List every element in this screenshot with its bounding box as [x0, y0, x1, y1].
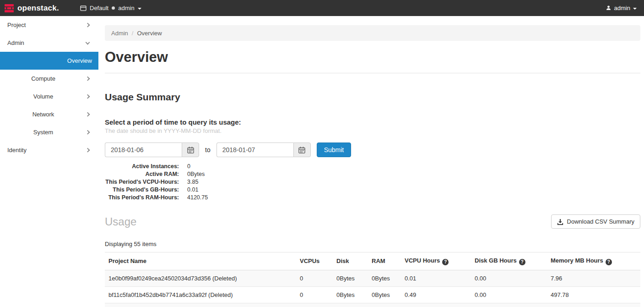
cell-project-name: ea1f2f357c09465eb6991edf7079efbe (Delete… [105, 303, 296, 307]
cell-disk-gb-hours: 0.00 [471, 303, 547, 307]
sidebar-item-system[interactable]: System [0, 123, 98, 141]
chevron-right-icon [86, 148, 90, 152]
cell-ram: 0Bytes [368, 270, 401, 286]
stat-value: 0 [187, 163, 190, 170]
caret-down-icon [138, 8, 141, 10]
cell-vcpu-hours: 0.11 [401, 303, 471, 307]
stat-label: Active RAM: [105, 170, 179, 178]
stat-label: This Period's GB-Hours: [105, 186, 179, 194]
sidebar-item-identity[interactable]: Identity [0, 141, 98, 159]
column-memory-mb-hours: Memory MB Hours? [547, 252, 640, 270]
user-icon [606, 5, 612, 11]
sidebar-item-label: Volume [0, 93, 98, 100]
cell-vcpus: 0 [296, 303, 333, 307]
column-label: Project Name [108, 258, 146, 264]
date-from-input[interactable] [105, 143, 182, 157]
topbar: openstack. Default admin admin [0, 0, 644, 16]
help-icon[interactable]: ? [606, 259, 612, 265]
table-row: bf11c5fa0f1b452db4b7741a6c33a92f (Delete… [105, 286, 640, 303]
context-project-label: admin [118, 5, 134, 11]
openstack-logo-icon [4, 3, 14, 13]
caret-down-icon [633, 8, 637, 10]
date-from-group [105, 143, 199, 157]
main-content: Admin / Overview Overview Usage Summary … [98, 25, 644, 307]
column-label: Disk GB Hours [475, 257, 517, 264]
cell-disk-gb-hours: 0.00 [471, 286, 547, 303]
sidebar-item-project[interactable]: Project [0, 16, 98, 34]
calendar-button[interactable] [182, 143, 199, 157]
sidebar-item-label: Network [0, 111, 98, 118]
date-to-group [216, 143, 311, 157]
cell-memory-mb-hours: 7.96 [547, 270, 640, 286]
column-label: Memory MB Hours [551, 257, 603, 264]
stat-active-instances: Active Instances: 0 [105, 163, 640, 170]
sidebar-item-label: Identity [0, 147, 27, 154]
column-label: VCPU Hours [405, 257, 440, 264]
date-query-prompt: Select a period of time to query its usa… [105, 118, 640, 126]
cell-vcpu-hours: 0.49 [401, 286, 471, 303]
cell-vcpus: 0 [296, 270, 333, 286]
column-vcpus: VCPUs [296, 252, 333, 270]
column-label: VCPUs [300, 258, 319, 264]
breadcrumb-current: Overview [137, 30, 162, 37]
column-ram: RAM [368, 252, 401, 270]
items-count: Displaying 55 items [105, 241, 640, 247]
submit-button[interactable]: Submit [317, 143, 352, 157]
sidebar-item-admin[interactable]: Admin [0, 34, 98, 52]
stat-value: 3.85 [187, 178, 198, 186]
brand-text: openstack. [17, 4, 59, 13]
sidebar-item-label: Admin [0, 39, 24, 46]
sidebar-item-volume[interactable]: Volume [0, 88, 98, 105]
user-menu[interactable]: admin [606, 5, 644, 11]
help-icon[interactable]: ? [519, 259, 525, 265]
breadcrumb: Admin / Overview [105, 25, 640, 41]
sidebar-item-overview[interactable]: Overview [0, 52, 98, 70]
table-row: ea1f2f357c09465eb6991edf7079efbe (Delete… [105, 303, 640, 307]
calendar-button[interactable] [293, 143, 311, 157]
context-separator-dot [112, 6, 115, 10]
to-label: to [205, 146, 211, 154]
sidebar-item-network[interactable]: Network [0, 105, 98, 123]
help-icon[interactable]: ? [442, 259, 449, 265]
cell-vcpus: 0 [296, 286, 333, 303]
column-vcpu-hours: VCPU Hours? [401, 252, 471, 270]
usage-table: Project Name VCPUs Disk RAM VCPU Hours? … [105, 252, 640, 307]
download-csv-button[interactable]: Download CSV Summary [551, 214, 640, 229]
sidebar-item-compute[interactable]: Compute [0, 70, 98, 88]
sidebar-item-label: Project [0, 22, 26, 28]
stat-gb-hours: This Period's GB-Hours: 0.01 [105, 186, 640, 194]
sidebar-item-label: System [0, 129, 98, 136]
table-header-row: Project Name VCPUs Disk RAM VCPU Hours? … [105, 252, 640, 270]
breadcrumb-admin-link[interactable]: Admin [111, 30, 128, 37]
sidebar: Project Admin Overview Compute Volume Ne… [0, 16, 98, 307]
usage-summary-heading: Usage Summary [105, 92, 640, 103]
column-disk: Disk [333, 252, 368, 270]
date-to-input[interactable] [216, 143, 293, 157]
domain-icon [80, 5, 87, 11]
cell-ram: 0Bytes [368, 303, 401, 307]
download-csv-label: Download CSV Summary [567, 218, 634, 225]
stat-label: This Period's VCPU-Hours: [105, 178, 179, 186]
download-icon [557, 219, 563, 225]
usage-stats: Active Instances: 0 Active RAM: 0Bytes T… [105, 163, 640, 202]
chevron-down-icon [86, 40, 90, 44]
title-divider [105, 73, 640, 73]
cell-memory-mb-hours: 497.78 [547, 286, 640, 303]
stat-ram-hours: This Period's RAM-Hours: 4120.75 [105, 194, 640, 202]
column-label: Disk [336, 258, 349, 264]
stat-label: This Period's RAM-Hours: [105, 194, 179, 202]
cell-vcpu-hours: 0.01 [401, 270, 471, 286]
cell-disk: 0Bytes [333, 303, 368, 307]
column-project-name: Project Name [105, 252, 296, 270]
cell-disk: 0Bytes [333, 286, 368, 303]
stat-value: 0.01 [187, 186, 198, 194]
date-range-form: to Submit [105, 143, 640, 157]
cell-disk: 0Bytes [333, 270, 368, 286]
date-format-hint: The date should be in YYYY-MM-DD format. [105, 127, 640, 134]
context-switcher[interactable]: Default admin [80, 5, 141, 11]
stat-value: 4120.75 [187, 194, 208, 202]
column-disk-gb-hours: Disk GB Hours? [471, 252, 547, 270]
cell-disk-gb-hours: 0.00 [471, 270, 547, 286]
breadcrumb-separator: / [132, 30, 134, 37]
context-domain-label: Default [90, 5, 108, 11]
